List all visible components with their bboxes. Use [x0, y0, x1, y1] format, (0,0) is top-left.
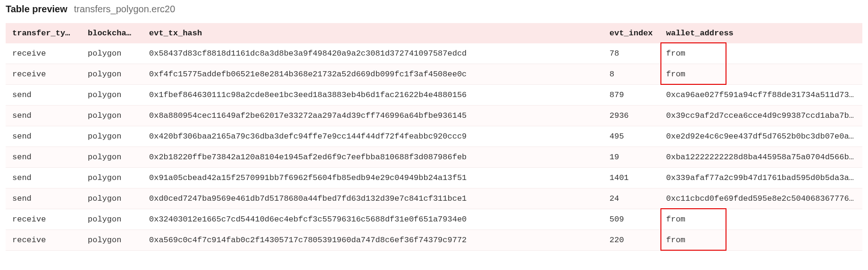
cell-transfer-type: send — [6, 126, 81, 147]
col-header-transfer-type[interactable]: transfer_type — [6, 23, 81, 43]
cell-evt-index: 1401 — [603, 168, 659, 188]
table-preview-title: Table preview — [6, 4, 67, 15]
cell-wallet-address: 0x39cc9af2d7ccea6cce4d9c99387ccd1aba7b13… — [659, 106, 862, 126]
table-row[interactable]: sendpolygon0x1fbef864630111c98a2cde8ee1b… — [6, 85, 862, 106]
table-row[interactable]: receivepolygon0x32403012e1665c7cd54410d6… — [6, 209, 862, 230]
cell-transfer-type: receive — [6, 209, 81, 230]
preview-table: transfer_type blockchain evt_tx_hash evt… — [6, 23, 862, 251]
cell-blockchain: polygon — [81, 64, 142, 85]
cell-evt-tx-hash: 0xf4fc15775addefb06521e8e2814b368e21732a… — [142, 64, 603, 85]
cell-evt-tx-hash: 0x32403012e1665c7cd54410d6ec4ebfcf3c5579… — [142, 209, 603, 230]
table-preview-name: transfers_polygon.erc20 — [74, 4, 175, 15]
cell-transfer-type: send — [6, 147, 81, 168]
table-wrap: transfer_type blockchain evt_tx_hash evt… — [6, 23, 862, 251]
table-row[interactable]: receivepolygon0x58437d83cf8818d1161dc8a3… — [6, 43, 862, 64]
cell-blockchain: polygon — [81, 188, 142, 209]
cell-transfer-type: send — [6, 168, 81, 188]
cell-wallet-address: 0xe2d92e4c6c9ee437df5d7652b0bc3db07e0af3… — [659, 126, 862, 147]
table-row[interactable]: sendpolygon0x420bf306baa2165a79c36dba3de… — [6, 126, 862, 147]
cell-blockchain: polygon — [81, 147, 142, 168]
table-row[interactable]: sendpolygon0xd0ced7247ba9569e461db7d5178… — [6, 188, 862, 209]
cell-wallet-address: from — [659, 209, 862, 230]
cell-transfer-type: send — [6, 188, 81, 209]
cell-wallet-address: 0xca96ae027f591a94cf7f88de31734a511d7310… — [659, 85, 862, 106]
col-header-wallet-address[interactable]: wallet_address — [659, 23, 862, 43]
cell-evt-index: 24 — [603, 188, 659, 209]
cell-blockchain: polygon — [81, 106, 142, 126]
table-header-row: transfer_type blockchain evt_tx_hash evt… — [6, 23, 862, 43]
cell-transfer-type: receive — [6, 43, 81, 64]
cell-transfer-type: send — [6, 85, 81, 106]
cell-evt-index: 495 — [603, 126, 659, 147]
cell-blockchain: polygon — [81, 230, 142, 251]
cell-evt-tx-hash: 0xd0ced7247ba9569e461db7d5178680a44fbed7… — [142, 188, 603, 209]
cell-blockchain: polygon — [81, 126, 142, 147]
cell-evt-index: 19 — [603, 147, 659, 168]
cell-transfer-type: receive — [6, 64, 81, 85]
cell-wallet-address: from — [659, 64, 862, 85]
table-preview-header: Table preview transfers_polygon.erc20 — [6, 4, 862, 15]
table-row[interactable]: sendpolygon0x2b18220ffbe73842a120a8104e1… — [6, 147, 862, 168]
cell-evt-tx-hash: 0x420bf306baa2165a79c36dba3defc94ffe7e9c… — [142, 126, 603, 147]
table-body: receivepolygon0x58437d83cf8818d1161dc8a3… — [6, 43, 862, 251]
table-row[interactable]: receivepolygon0xf4fc15775addefb06521e8e2… — [6, 64, 862, 85]
col-header-evt-tx-hash[interactable]: evt_tx_hash — [142, 23, 603, 43]
cell-evt-tx-hash: 0xa569c0c4f7c914fab0c2f14305717c78053919… — [142, 230, 603, 251]
cell-blockchain: polygon — [81, 43, 142, 64]
cell-wallet-address: 0x339afaf77a2c99b47d1761bad595d0b5da3ad3… — [659, 168, 862, 188]
cell-evt-index: 220 — [603, 230, 659, 251]
cell-evt-tx-hash: 0x2b18220ffbe73842a120a8104e1945af2ed6f9… — [142, 147, 603, 168]
cell-evt-index: 8 — [603, 64, 659, 85]
col-header-evt-index[interactable]: evt_index — [603, 23, 659, 43]
cell-evt-index: 2936 — [603, 106, 659, 126]
cell-wallet-address: from — [659, 43, 862, 64]
cell-transfer-type: receive — [6, 230, 81, 251]
cell-wallet-address: 0xba12222222228d8ba445958a75a0704d566bf2… — [659, 147, 862, 168]
table-row[interactable]: sendpolygon0x91a05cbead42a15f2570991bb7f… — [6, 168, 862, 188]
cell-evt-tx-hash: 0x91a05cbead42a15f2570991bb7f6962f5604fb… — [142, 168, 603, 188]
cell-evt-index: 879 — [603, 85, 659, 106]
table-row[interactable]: sendpolygon0x8a880954cec11649af2be62017e… — [6, 106, 862, 126]
col-header-blockchain[interactable]: blockchain — [81, 23, 142, 43]
cell-transfer-type: send — [6, 106, 81, 126]
cell-evt-index: 78 — [603, 43, 659, 64]
cell-evt-tx-hash: 0x8a880954cec11649af2be62017e33272aa297a… — [142, 106, 603, 126]
cell-blockchain: polygon — [81, 85, 142, 106]
cell-evt-tx-hash: 0x58437d83cf8818d1161dc8a3d8be3a9f498420… — [142, 43, 603, 64]
table-row[interactable]: receivepolygon0xa569c0c4f7c914fab0c2f143… — [6, 230, 862, 251]
cell-blockchain: polygon — [81, 209, 142, 230]
cell-wallet-address: from — [659, 230, 862, 251]
cell-blockchain: polygon — [81, 168, 142, 188]
cell-evt-index: 509 — [603, 209, 659, 230]
cell-wallet-address: 0xc11cbcd0fe69fded595e8e2c50406836777635… — [659, 188, 862, 209]
cell-evt-tx-hash: 0x1fbef864630111c98a2cde8ee1bc3eed18a388… — [142, 85, 603, 106]
